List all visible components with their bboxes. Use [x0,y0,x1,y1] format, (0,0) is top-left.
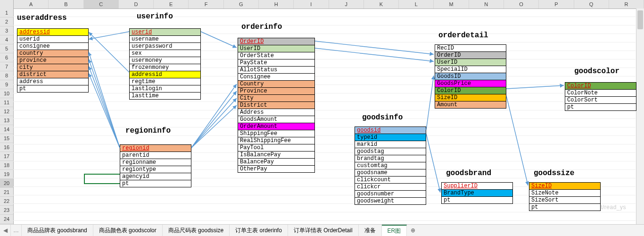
entity-field[interactable]: userpassword [130,43,200,50]
entity-field[interactable]: city [17,64,88,71]
sheet-tab[interactable]: 准备 [359,225,382,236]
tab-nav-more-icon[interactable]: … [11,225,22,236]
entity-field[interactable]: SupplierID [442,183,512,190]
row-header[interactable]: 3 [0,26,13,35]
entity-field[interactable]: clickcr [355,184,426,191]
entity-field[interactable]: SizeID [529,183,600,190]
sheet-tab[interactable]: 订单主表 orderinfo [230,225,288,236]
row-header[interactable]: 11 [0,98,13,107]
row-header[interactable]: 15 [0,134,13,143]
entity-field[interactable]: regionname [120,159,191,166]
column-header[interactable]: Q [574,0,609,8]
entity-field[interactable]: usermoney [130,57,200,64]
entity-field[interactable]: username [130,36,200,43]
entity-field[interactable]: consignee [17,43,88,50]
row-header[interactable]: 9 [0,80,13,89]
row-header[interactable]: 21 [0,188,13,197]
entity-field[interactable]: clickcount [355,177,426,184]
entity-field[interactable]: GoodsAmount [238,116,314,123]
entity-field[interactable]: pt [565,104,636,110]
entity-field[interactable]: frozenmoney [130,64,200,71]
select-all-corner[interactable] [0,0,14,8]
entity-field[interactable]: OrderState [238,52,314,59]
entity-field[interactable]: SpecialID [435,66,506,73]
entity-field[interactable]: goodsname [355,169,426,177]
sheet-tab[interactable]: 商品品牌表 goodsbrand [22,225,93,236]
entity-field[interactable]: regionid [120,145,191,152]
entity-field[interactable]: pt [17,85,88,92]
entity-field[interactable]: RealShippingFee [238,137,314,144]
entity-field[interactable]: ColorID [435,87,506,94]
grid-area[interactable]: https://blog.csdn.net/read_ys useraddres… [13,8,636,225]
column-header[interactable]: C [84,0,119,8]
entity-field[interactable]: pt [529,204,600,211]
row-header[interactable]: 8 [0,71,13,80]
row-header[interactable]: 17 [0,152,13,161]
entity-field[interactable]: OrderID [238,38,314,45]
entity-field[interactable]: sex [130,50,200,57]
column-header[interactable]: M [434,0,469,8]
sheet-tab[interactable]: ER图 [382,225,407,236]
entity-field[interactable]: parentid [120,152,191,159]
entity-field[interactable]: OrderID [435,52,506,59]
entity-orderinfo[interactable]: OrderIDUserIDOrderStatePayStateAllotStat… [238,38,315,173]
vertical-scrollbar[interactable] [636,8,644,225]
row-header[interactable]: 13 [0,116,13,125]
entity-field[interactable]: lasttime [130,93,200,99]
column-header[interactable]: O [504,0,539,8]
entity-field[interactable]: GoodsID [435,73,506,80]
entity-field[interactable]: addressid [130,71,200,78]
entity-field[interactable]: address [17,78,88,85]
column-header[interactable]: D [119,0,154,8]
entity-goodssize[interactable]: SizeIDSizeNoteSizeSortpt [529,182,601,211]
entity-field[interactable]: Country [238,81,314,88]
column-header[interactable]: L [399,0,434,8]
entity-field[interactable]: customtag [355,162,426,169]
column-header[interactable]: A [14,0,49,8]
entity-field[interactable]: OrderAmount [238,123,314,130]
column-header[interactable]: H [259,0,294,8]
entity-regioninfo[interactable]: regionidparentidregionnameregiontypeagen… [120,144,191,187]
row-header[interactable]: 5 [0,44,13,53]
row-header[interactable]: 22 [0,197,13,206]
entity-field[interactable]: pt [442,197,512,203]
entity-field[interactable]: AllotStatus [238,67,314,74]
entity-field[interactable]: BalancePay [238,159,314,166]
row-header[interactable]: 20 [0,179,13,188]
entity-field[interactable]: pt [120,180,191,187]
entity-field[interactable]: GoodsPrice [435,80,506,87]
entity-field[interactable]: userid [17,36,88,43]
entity-field[interactable]: Address [238,109,314,116]
entity-field[interactable]: Consignee [238,74,314,81]
sheet-tab[interactable]: 订单详情表 OrderDetail [288,225,359,236]
entity-field[interactable]: ColorSort [565,97,636,104]
entity-field[interactable]: UserID [238,45,314,52]
column-header[interactable]: G [224,0,259,8]
entity-field[interactable]: Amount [435,101,506,108]
row-header[interactable]: 6 [0,53,13,62]
entity-field[interactable]: province [17,57,88,64]
row-header[interactable]: 12 [0,107,13,116]
column-header[interactable]: N [469,0,504,8]
row-header[interactable]: 7 [0,62,13,71]
row-header[interactable]: 10 [0,89,13,98]
row-header[interactable]: 19 [0,170,13,179]
entity-field[interactable]: SizeID [435,94,506,101]
sheet-tab[interactable]: 商品尺码表 goodssize [163,225,230,236]
entity-field[interactable]: lastlogin [130,85,200,93]
entity-field[interactable]: OtherPay [238,166,314,172]
entity-field[interactable]: regiontype [120,166,191,173]
row-header[interactable]: 23 [0,206,13,215]
entity-field[interactable]: country [17,50,88,57]
entity-goodscolor[interactable]: ColorIDColorNoteColorSortpt [565,82,636,111]
row-header[interactable]: 24 [0,215,13,224]
entity-field[interactable]: SizeNote [529,190,600,197]
entity-field[interactable]: SizeSort [529,197,600,204]
row-header[interactable]: 16 [0,143,13,152]
entity-field[interactable]: markid [355,141,426,148]
entity-field[interactable]: goodsid [355,127,426,134]
entity-field[interactable]: UserID [435,59,506,66]
entity-field[interactable]: BrandType [442,190,512,197]
column-header[interactable]: I [294,0,329,8]
entity-field[interactable]: PayTool [238,144,314,152]
